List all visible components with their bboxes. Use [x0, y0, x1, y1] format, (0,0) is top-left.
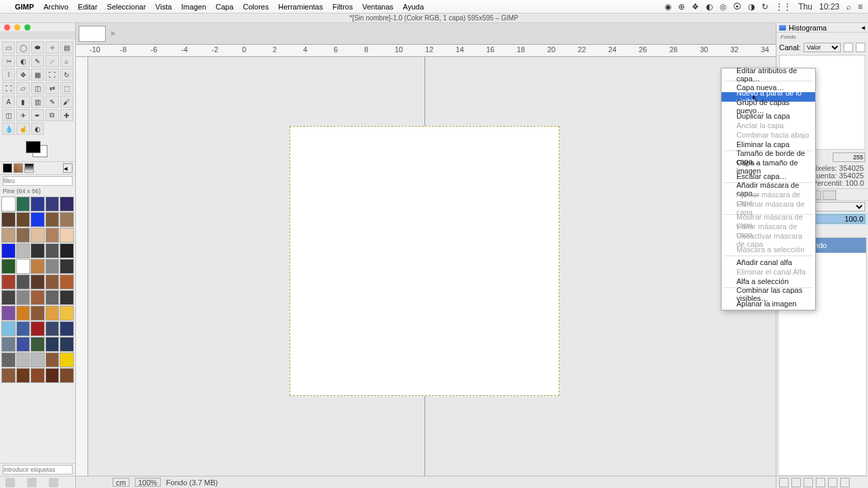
pattern-swatch[interactable]	[60, 306, 74, 321]
menu-herramientas[interactable]: Herramientas	[278, 3, 323, 11]
menu-colores[interactable]: Colores	[243, 3, 269, 11]
context-menu-item[interactable]: Eliminar la capa	[722, 140, 815, 149]
dodge-tool[interactable]: ◐	[31, 123, 44, 135]
context-menu-item[interactable]: Combinar las capas visibles…	[722, 289, 815, 299]
airbrush-tool[interactable]: ✈	[16, 109, 29, 121]
pattern-swatch[interactable]	[16, 197, 31, 211]
menu-icon[interactable]: ≡	[858, 2, 863, 12]
pattern-swatch[interactable]	[1, 306, 16, 321]
anchor-layer-button[interactable]	[828, 478, 837, 487]
smudge-tool[interactable]: ☝	[16, 123, 29, 135]
flip-tool[interactable]: ⇄	[45, 82, 58, 94]
pattern-swatch[interactable]	[16, 352, 31, 367]
pattern-swatch[interactable]	[60, 243, 74, 258]
status-icon[interactable]: ◐	[706, 2, 713, 12]
pattern-swatch[interactable]	[16, 321, 31, 336]
menu-imagen[interactable]: Imagen	[181, 3, 206, 11]
blend-tool[interactable]: ▥	[31, 96, 44, 108]
status-icon[interactable]: ❖	[692, 2, 699, 12]
zoom-tool[interactable]: ⌕	[60, 55, 73, 67]
pencil-tool[interactable]: ✎	[45, 96, 58, 108]
tab-close-icon[interactable]: ✕	[110, 30, 115, 37]
perspective-tool[interactable]: ◫	[31, 82, 44, 94]
duplicate-layer-button[interactable]	[816, 478, 825, 487]
pattern-swatch[interactable]	[16, 290, 31, 305]
blur-tool[interactable]: 💧	[2, 123, 15, 135]
pattern-swatch[interactable]	[60, 259, 74, 274]
hist-log-icon[interactable]	[856, 43, 865, 52]
bottom-icon[interactable]	[27, 478, 37, 487]
pattern-swatch[interactable]	[45, 243, 60, 258]
pattern-swatch[interactable]	[60, 352, 74, 367]
pattern-swatch[interactable]	[31, 243, 45, 258]
shear-tool[interactable]: ▱	[16, 82, 29, 94]
hist-linear-icon[interactable]	[844, 43, 853, 52]
pattern-swatch[interactable]	[31, 352, 45, 367]
menu-capa[interactable]: Capa	[216, 3, 233, 11]
raise-layer-button[interactable]	[791, 478, 801, 487]
status-icon[interactable]: ◉	[665, 2, 671, 12]
menu-seleccionar[interactable]: Seleccionar	[107, 3, 146, 11]
pattern-swatch[interactable]	[1, 337, 16, 352]
menu-archivo[interactable]: Archivo	[43, 3, 68, 11]
artboard[interactable]	[290, 126, 559, 396]
canvas-area[interactable]	[76, 57, 776, 476]
free-select-tool[interactable]: ⬬	[31, 41, 44, 54]
unit-selector[interactable]: cm	[113, 478, 130, 487]
wifi-icon[interactable]: ⋮⋮	[775, 2, 791, 12]
foreground-tool[interactable]: ◐	[16, 55, 29, 67]
bottom-icon[interactable]	[49, 478, 58, 487]
pattern-swatch[interactable]	[1, 274, 16, 289]
paintbrush-tool[interactable]: 🖌	[60, 96, 73, 108]
traffic-lights[interactable]	[0, 23, 75, 31]
pattern-swatch[interactable]	[31, 228, 45, 243]
pattern-swatch[interactable]	[1, 321, 16, 336]
eraser-tool[interactable]: ◫	[2, 109, 15, 121]
heal-tool[interactable]: ✚	[60, 109, 73, 121]
hist-value[interactable]: 255	[833, 152, 866, 162]
pattern-swatch[interactable]	[16, 337, 31, 352]
app-name[interactable]: GIMP	[15, 3, 34, 11]
scale-tool[interactable]: ⛶	[2, 82, 15, 94]
pattern-swatch[interactable]	[1, 197, 16, 211]
pattern-swatch[interactable]	[45, 290, 60, 305]
pattern-swatch[interactable]	[16, 259, 31, 274]
pattern-swatch[interactable]	[31, 212, 45, 227]
pattern-swatch[interactable]	[16, 243, 31, 258]
pattern-swatch[interactable]	[16, 212, 31, 227]
pattern-swatch[interactable]	[60, 337, 74, 352]
pattern-swatch[interactable]	[31, 321, 45, 336]
gradient-swatch[interactable]	[24, 163, 34, 173]
move-tool[interactable]: ✥	[16, 68, 29, 81]
pattern-swatch[interactable]	[31, 306, 45, 321]
ink-tool[interactable]: ✒	[31, 109, 44, 121]
image-tab-thumb[interactable]	[79, 26, 106, 42]
tab-menu-icon[interactable]: ◂	[861, 23, 865, 32]
pattern-swatch[interactable]	[31, 368, 45, 383]
pattern-swatch[interactable]	[60, 290, 74, 305]
canal-select[interactable]: Valor	[804, 43, 841, 52]
undo-tab[interactable]	[823, 190, 836, 200]
context-menu-item[interactable]: Capa a tamaño de imagen	[722, 162, 815, 171]
fg-color[interactable]	[26, 141, 41, 153]
measure-tool[interactable]: ⟟	[2, 68, 15, 81]
context-menu-item[interactable]: Alfa a selección	[722, 277, 815, 286]
pattern-swatch[interactable]	[1, 243, 16, 258]
pattern-swatch[interactable]	[45, 352, 60, 367]
color-picker-tool[interactable]: ⟋	[45, 55, 58, 67]
ellipse-select-tool[interactable]: ◯	[16, 41, 29, 54]
cage-tool[interactable]: ⬚	[60, 82, 73, 94]
pattern-swatch[interactable]	[31, 290, 45, 305]
pattern-swatch[interactable]	[45, 306, 60, 321]
context-menu-item[interactable]: Editar atributos de capa…	[722, 70, 815, 79]
text-tool[interactable]: A	[2, 96, 15, 108]
status-icon[interactable]: ⦿	[733, 2, 741, 12]
bucket-tool[interactable]: ▮	[16, 96, 29, 108]
pattern-swatch[interactable]	[31, 259, 45, 274]
status-icon[interactable]: ↻	[762, 2, 768, 12]
brush-swatch[interactable]	[3, 163, 12, 173]
search-icon[interactable]: ⌕	[846, 2, 851, 12]
paths-tool[interactable]: ✎	[31, 55, 44, 67]
fg-bg-colors[interactable]	[24, 140, 75, 160]
menu-editar[interactable]: Editar	[78, 3, 98, 11]
